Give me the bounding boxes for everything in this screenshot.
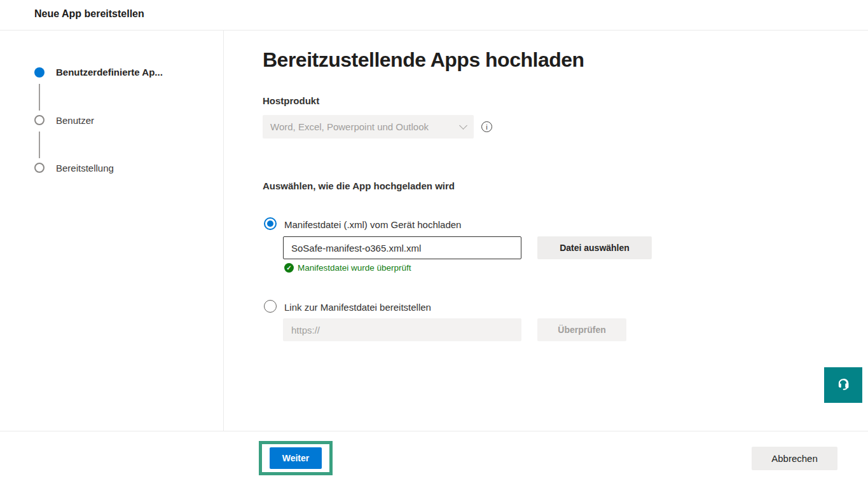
step-label-deployment: Bereitstellung (56, 163, 114, 173)
radio-upload-manifest-file[interactable] (264, 217, 277, 230)
info-icon[interactable]: i (481, 121, 492, 132)
radio-manifest-link-label[interactable]: Link zur Manifestdatei bereitstellen (284, 302, 431, 313)
host-product-dropdown-value: Word, Excel, Powerpoint und Outlook (270, 121, 455, 132)
radio-manifest-link[interactable] (264, 300, 277, 313)
chevron-down-icon (459, 121, 467, 130)
host-product-label: Hostprodukt (263, 95, 319, 106)
page-title: Bereitzustellende Apps hochladen (263, 48, 584, 72)
host-product-dropdown[interactable]: Word, Excel, Powerpoint und Outlook (263, 115, 474, 139)
step-indicator-users (34, 115, 45, 125)
headset-icon (835, 377, 851, 393)
manifest-validation-status: ✓ Manifestdatei wurde überprüft (284, 263, 411, 273)
validation-message: Manifestdatei wurde überprüft (298, 263, 411, 273)
cancel-button[interactable]: Abbrechen (752, 447, 837, 470)
radio-selected-dot (267, 220, 273, 227)
radio-upload-manifest-file-label[interactable]: Manifestdatei (.xml) vom Gerät hochladen (284, 219, 461, 230)
manifest-url-input[interactable] (283, 318, 521, 341)
next-button[interactable]: Weiter (270, 447, 322, 469)
dialog-title: Neue App bereitstellen (34, 8, 144, 20)
upload-method-heading: Auswählen, wie die App hochgeladen wird (263, 180, 455, 191)
step-connector (39, 84, 40, 111)
wizard-stepper-sidebar: Benutzerdefinierte Ap... Benutzer Bereit… (0, 30, 224, 431)
step-label-custom-apps: Benutzerdefinierte Ap... (56, 67, 163, 78)
verify-link-button[interactable]: Überprüfen (537, 318, 626, 341)
help-support-button[interactable] (824, 367, 862, 403)
manifest-filename-input[interactable] (283, 236, 521, 259)
next-button-highlight-annotation: Weiter (259, 441, 333, 475)
footer-divider (0, 431, 868, 431)
dialog-header: Neue App bereitstellen (0, 0, 868, 30)
choose-file-button[interactable]: Datei auswählen (537, 236, 652, 259)
step-indicator-deployment (34, 163, 45, 173)
step-label-users: Benutzer (56, 116, 94, 126)
check-circle-icon: ✓ (284, 263, 294, 273)
step-indicator-custom-apps (34, 67, 45, 78)
step-connector (39, 132, 40, 158)
